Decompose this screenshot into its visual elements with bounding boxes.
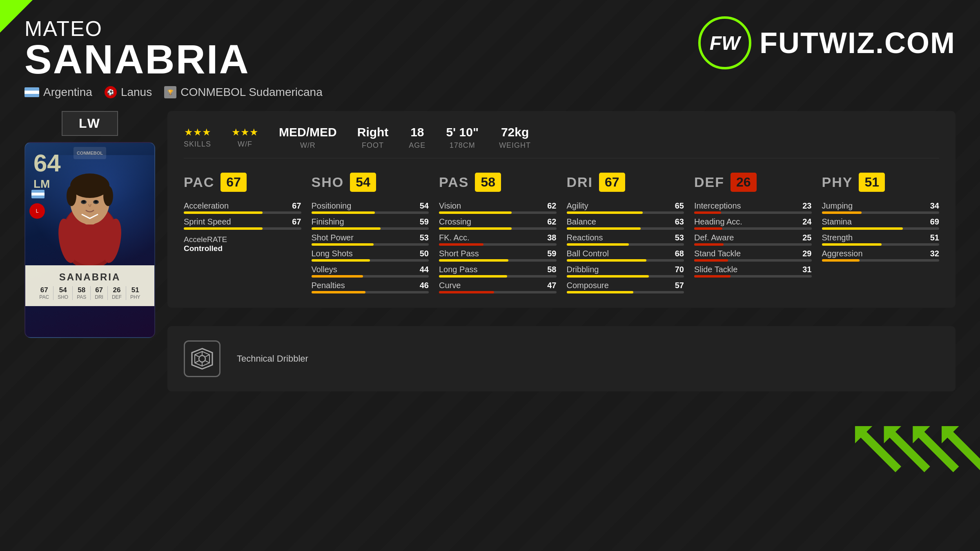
card-divider-2	[72, 286, 73, 300]
stat-name-dri-3: Ball Control	[567, 249, 668, 258]
stats-panel: ★★★ SKILLS ★★★ W/F MED/MED W/R Right FOO…	[167, 111, 956, 308]
stat-bar-container-phy-0	[822, 211, 940, 214]
svg-line-25	[205, 355, 209, 357]
svg-marker-3	[933, 418, 980, 478]
argentina-flag-icon	[24, 87, 39, 97]
svg-point-13	[82, 200, 85, 203]
position-badge: LW	[62, 111, 118, 136]
accelrate-label: AcceleRATE	[184, 235, 227, 244]
stat-value-phy-2: 51	[927, 233, 939, 242]
stat-bar-container-sho-3	[312, 259, 429, 262]
stat-value-def-4: 31	[800, 265, 812, 274]
stat-name-pas-2: FK. Acc.	[439, 233, 540, 242]
stat-value-dri-5: 57	[672, 281, 684, 290]
stat-item-phy-2: Strength51	[822, 233, 940, 246]
stat-name-phy-2: Strength	[822, 233, 923, 242]
player-last-name: SANABRIA	[24, 41, 698, 78]
stat-item-dri-2: Reactions53	[567, 233, 684, 246]
stat-bar-container-pas-0	[439, 211, 557, 214]
stat-row-dri-4: Dribbling70	[567, 265, 684, 274]
stat-bar-container-dri-5	[567, 291, 684, 293]
stat-bar-container-def-3	[694, 259, 812, 262]
svg-marker-2	[904, 418, 964, 478]
stat-name-def-0: Interceptions	[694, 201, 795, 211]
stat-row-dri-5: Composure57	[567, 281, 684, 290]
stat-item-sho-3: Long Shots50	[312, 249, 429, 262]
stat-row-def-3: Stand Tackle29	[694, 249, 812, 258]
stat-cat-value-phy: 51	[859, 173, 885, 192]
wf-stars: ★★★	[232, 127, 258, 138]
stat-item-def-4: Slide Tackle31	[694, 265, 812, 278]
stat-cat-header-sho: SHO54	[312, 173, 429, 192]
stat-value-def-2: 25	[800, 233, 812, 242]
stat-category-def: DEF26Interceptions23Heading Acc.24Def. A…	[694, 173, 812, 293]
weight-label: WEIGHT	[499, 141, 531, 150]
accelrate-value: Controlled	[184, 244, 223, 253]
stat-bar-container-phy-1	[822, 227, 940, 230]
stat-bar-def-2	[694, 243, 724, 246]
competition-label: CONMEBOL Sudamericana	[180, 86, 323, 99]
stat-bar-phy-0	[822, 211, 862, 214]
stat-cat-name-pas: PAS	[439, 174, 469, 190]
stat-row-pac-0: Acceleration67	[184, 201, 301, 211]
playstyle-label: Technical Dribbler	[237, 353, 308, 364]
card-stat-phy: 51 PHY	[130, 286, 140, 300]
stat-bar-container-pas-2	[439, 243, 557, 246]
stat-item-pas-5: Curve47	[439, 281, 557, 293]
stat-item-pas-2: FK. Acc.38	[439, 233, 557, 246]
player-card-section: LW CONMEBOL 64 LM L	[24, 111, 155, 338]
stat-bar-container-pas-1	[439, 227, 557, 230]
card-stat-def: 26 DEF	[112, 286, 122, 300]
stat-value-phy-1: 69	[927, 217, 939, 227]
stat-name-pas-1: Crossing	[439, 217, 540, 227]
stat-bar-container-dri-4	[567, 275, 684, 278]
stat-item-def-3: Stand Tackle29	[694, 249, 812, 262]
stat-row-phy-2: Strength51	[822, 233, 940, 242]
stat-bar-container-phy-2	[822, 243, 940, 246]
foot-item: Right FOOT	[357, 125, 389, 150]
stat-row-sho-0: Positioning54	[312, 201, 429, 211]
stat-row-pac-1: Sprint Speed67	[184, 217, 301, 227]
stat-bar-container-def-4	[694, 275, 812, 278]
club-item: ⚽ Lanus	[105, 86, 152, 99]
workrate-item: MED/MED W/R	[279, 125, 337, 150]
stat-cat-name-pac: PAC	[184, 174, 214, 190]
stat-bar-def-4	[694, 275, 731, 278]
stat-cat-header-dri: DRI67	[567, 173, 684, 192]
height-value: 5' 10"	[446, 125, 479, 139]
stat-bar-container-dri-2	[567, 243, 684, 246]
stat-bar-sho-3	[312, 259, 370, 262]
stat-bar-dri-5	[567, 291, 634, 293]
stat-bar-container-sho-0	[312, 211, 429, 214]
svg-line-22	[195, 355, 199, 357]
club-icon: ⚽	[105, 86, 117, 98]
stat-bar-dri-0	[567, 211, 643, 214]
stat-cat-value-sho: 54	[350, 173, 376, 192]
stat-cat-name-dri: DRI	[567, 174, 593, 190]
stat-cat-name-def: DEF	[694, 174, 724, 190]
stat-bar-pas-3	[439, 259, 508, 262]
stat-name-phy-3: Aggression	[822, 249, 923, 258]
stat-row-def-0: Interceptions23	[694, 201, 812, 211]
card-rating: 64	[33, 151, 61, 176]
stats-grid: PAC67Acceleration67Sprint Speed67AcceleR…	[184, 173, 939, 293]
svg-line-23	[205, 361, 209, 363]
stat-cat-value-def: 26	[731, 173, 757, 192]
age-item: 18 AGE	[409, 125, 425, 150]
stat-item-dri-0: Agility65	[567, 201, 684, 214]
stat-value-def-0: 23	[800, 201, 812, 211]
stat-row-pas-5: Curve47	[439, 281, 557, 290]
stat-name-dri-0: Agility	[567, 201, 668, 211]
stat-name-def-2: Def. Aware	[694, 233, 795, 242]
stat-value-dri-1: 63	[672, 217, 684, 227]
stat-value-pas-5: 47	[544, 281, 557, 290]
stat-bar-container-dri-3	[567, 259, 684, 262]
stat-item-pas-3: Short Pass59	[439, 249, 557, 262]
stat-row-dri-3: Ball Control68	[567, 249, 684, 258]
stat-row-dri-1: Balance63	[567, 217, 684, 227]
player-name-section: MATEO SANABRIA Argentina ⚽ Lanus 🏆 CONME…	[24, 16, 698, 99]
stat-item-phy-0: Jumping34	[822, 201, 940, 214]
stat-bar-phy-2	[822, 243, 882, 246]
stat-value-sho-4: 44	[416, 265, 429, 274]
stat-item-pas-1: Crossing62	[439, 217, 557, 230]
